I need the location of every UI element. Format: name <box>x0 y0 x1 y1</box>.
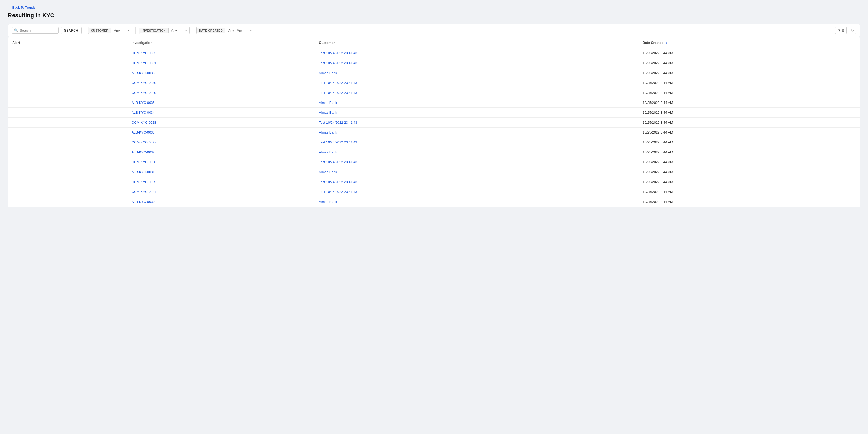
customer-link[interactable]: Almas Bank <box>319 170 337 174</box>
investigation-link[interactable]: OCM-KYC-0026 <box>131 160 156 164</box>
filter-divider-2 <box>135 27 136 34</box>
cell-date-created: 10/25/2022 3:44 AM <box>638 128 860 137</box>
search-input[interactable] <box>20 28 51 32</box>
cell-alert <box>8 58 127 68</box>
investigation-select[interactable]: Any <box>168 27 189 34</box>
investigation-link[interactable]: ALB-KYC-0030 <box>131 200 155 204</box>
investigation-link[interactable]: ALB-KYC-0032 <box>131 150 155 154</box>
col-header-date-created[interactable]: Date Created ↓ <box>638 37 860 48</box>
customer-link[interactable]: Test 10/24/2022 23:41:43 <box>319 61 357 65</box>
table-row: OCM-KYC-0030Test 10/24/2022 23:41:4310/2… <box>8 78 860 88</box>
cell-investigation[interactable]: OCM-KYC-0025 <box>127 177 315 187</box>
cell-customer[interactable]: Almas Bank <box>315 108 638 118</box>
cell-customer[interactable]: Test 10/24/2022 23:41:43 <box>315 48 638 58</box>
customer-link[interactable]: Test 10/24/2022 23:41:43 <box>319 190 357 194</box>
cell-investigation[interactable]: OCM-KYC-0024 <box>127 187 315 197</box>
filter-bar: 🔍 SEARCH CUSTOMER Any ▼ INVESTIGATION An… <box>8 24 860 37</box>
cell-investigation[interactable]: OCM-KYC-0031 <box>127 58 315 68</box>
cell-customer[interactable]: Test 10/24/2022 23:41:43 <box>315 88 638 98</box>
cell-alert <box>8 118 127 128</box>
refresh-icon: ↻ <box>851 28 854 32</box>
cell-investigation[interactable]: ALB-KYC-0034 <box>127 108 315 118</box>
cell-alert <box>8 98 127 108</box>
investigation-link[interactable]: OCM-KYC-0028 <box>131 121 156 125</box>
cell-customer[interactable]: Test 10/24/2022 23:41:43 <box>315 157 638 167</box>
customer-link[interactable]: Test 10/24/2022 23:41:43 <box>319 160 357 164</box>
table-header: Alert Investigation Customer Date Create… <box>8 37 860 48</box>
cell-alert <box>8 108 127 118</box>
date-created-select[interactable]: Any - Any <box>225 27 254 34</box>
table-row: OCM-KYC-0028Test 10/24/2022 23:41:4310/2… <box>8 118 860 128</box>
customer-filter-wrapper: CUSTOMER Any ▼ <box>88 27 132 34</box>
filter-options-button[interactable]: ▼ ⊟ <box>835 27 846 34</box>
investigation-link[interactable]: OCM-KYC-0030 <box>131 81 156 85</box>
customer-link[interactable]: Almas Bank <box>319 150 337 154</box>
cell-customer[interactable]: Almas Bank <box>315 167 638 177</box>
cell-customer[interactable]: Almas Bank <box>315 147 638 157</box>
cell-investigation[interactable]: ALB-KYC-0035 <box>127 98 315 108</box>
customer-link[interactable]: Almas Bank <box>319 71 337 75</box>
customer-link[interactable]: Almas Bank <box>319 200 337 204</box>
customer-link[interactable]: Test 10/24/2022 23:41:43 <box>319 81 357 85</box>
cell-investigation[interactable]: OCM-KYC-0029 <box>127 88 315 98</box>
cell-date-created: 10/25/2022 3:44 AM <box>638 68 860 78</box>
customer-link[interactable]: Test 10/24/2022 23:41:43 <box>319 51 357 55</box>
investigation-link[interactable]: ALB-KYC-0033 <box>131 130 155 134</box>
cell-investigation[interactable]: ALB-KYC-0031 <box>127 167 315 177</box>
investigation-link[interactable]: ALB-KYC-0036 <box>131 71 155 75</box>
table-header-row: Alert Investigation Customer Date Create… <box>8 37 860 48</box>
customer-link[interactable]: Test 10/24/2022 23:41:43 <box>319 91 357 95</box>
filter-funnel-icon: ⊟ <box>841 28 844 32</box>
search-button[interactable]: SEARCH <box>61 27 82 34</box>
cell-investigation[interactable]: OCM-KYC-0026 <box>127 157 315 167</box>
cell-customer[interactable]: Almas Bank <box>315 68 638 78</box>
investigation-link[interactable]: OCM-KYC-0031 <box>131 61 156 65</box>
col-header-alert: Alert <box>8 37 127 48</box>
cell-investigation[interactable]: ALB-KYC-0032 <box>127 147 315 157</box>
table-row: OCM-KYC-0025Test 10/24/2022 23:41:4310/2… <box>8 177 860 187</box>
investigation-link[interactable]: OCM-KYC-0027 <box>131 140 156 144</box>
refresh-button[interactable]: ↻ <box>849 27 856 34</box>
customer-select[interactable]: Any <box>111 27 132 34</box>
cell-investigation[interactable]: ALB-KYC-0036 <box>127 68 315 78</box>
table-row: OCM-KYC-0032Test 10/24/2022 23:41:4310/2… <box>8 48 860 58</box>
investigation-link[interactable]: ALB-KYC-0035 <box>131 101 155 105</box>
investigation-link[interactable]: OCM-KYC-0032 <box>131 51 156 55</box>
cell-date-created: 10/25/2022 3:44 AM <box>638 157 860 167</box>
cell-customer[interactable]: Test 10/24/2022 23:41:43 <box>315 78 638 88</box>
customer-link[interactable]: Test 10/24/2022 23:41:43 <box>319 180 357 184</box>
customer-link[interactable]: Test 10/24/2022 23:41:43 <box>319 121 357 125</box>
investigation-link[interactable]: OCM-KYC-0024 <box>131 190 156 194</box>
cell-customer[interactable]: Almas Bank <box>315 197 638 207</box>
cell-customer[interactable]: Test 10/24/2022 23:41:43 <box>315 58 638 68</box>
cell-customer[interactable]: Test 10/24/2022 23:41:43 <box>315 137 638 147</box>
sort-arrow-icon: ↓ <box>665 40 667 44</box>
back-to-trends-link[interactable]: ← Back To Trends <box>8 5 35 9</box>
investigation-link[interactable]: ALB-KYC-0034 <box>131 110 155 114</box>
investigation-link[interactable]: OCM-KYC-0029 <box>131 91 156 95</box>
cell-alert <box>8 68 127 78</box>
cell-investigation[interactable]: OCM-KYC-0028 <box>127 118 315 128</box>
cell-customer[interactable]: Test 10/24/2022 23:41:43 <box>315 118 638 128</box>
cell-date-created: 10/25/2022 3:44 AM <box>638 187 860 197</box>
cell-investigation[interactable]: ALB-KYC-0033 <box>127 128 315 137</box>
table-row: OCM-KYC-0026Test 10/24/2022 23:41:4310/2… <box>8 157 860 167</box>
cell-investigation[interactable]: OCM-KYC-0032 <box>127 48 315 58</box>
customer-link[interactable]: Almas Bank <box>319 101 337 105</box>
cell-investigation[interactable]: ALB-KYC-0030 <box>127 197 315 207</box>
date-created-select-inner: Any - Any ▼ <box>225 27 254 34</box>
investigation-link[interactable]: OCM-KYC-0025 <box>131 180 156 184</box>
cell-date-created: 10/25/2022 3:44 AM <box>638 78 860 88</box>
cell-customer[interactable]: Almas Bank <box>315 98 638 108</box>
customer-link[interactable]: Test 10/24/2022 23:41:43 <box>319 140 357 144</box>
investigation-filter-wrapper: INVESTIGATION Any ▼ <box>139 27 189 34</box>
cell-customer[interactable]: Test 10/24/2022 23:41:43 <box>315 187 638 197</box>
cell-investigation[interactable]: OCM-KYC-0027 <box>127 137 315 147</box>
cell-investigation[interactable]: OCM-KYC-0030 <box>127 78 315 88</box>
customer-link[interactable]: Almas Bank <box>319 130 337 134</box>
cell-customer[interactable]: Almas Bank <box>315 128 638 137</box>
cell-alert <box>8 88 127 98</box>
cell-customer[interactable]: Test 10/24/2022 23:41:43 <box>315 177 638 187</box>
investigation-link[interactable]: ALB-KYC-0031 <box>131 170 155 174</box>
customer-link[interactable]: Almas Bank <box>319 110 337 114</box>
